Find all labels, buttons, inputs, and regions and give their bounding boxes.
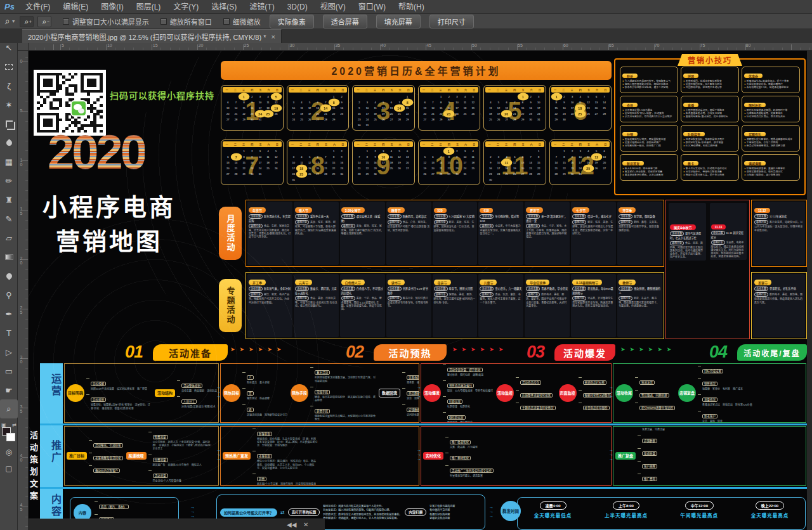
- hand-tool[interactable]: ☛: [0, 380, 18, 399]
- weekday-label: 六: [596, 88, 598, 92]
- weekday-label: 日: [473, 88, 475, 92]
- checkbox-icon[interactable]: [160, 18, 167, 25]
- mindmap-branch: 活动全面放量、提升转化整点秒杀 限时包邮 满赠/满减: [443, 363, 493, 377]
- magic-wand-tool[interactable]: ✶: [0, 95, 18, 114]
- option-checkbox-0[interactable]: 调整窗口大小以满屏显示: [63, 16, 149, 27]
- swap-colors-icon[interactable]: ⇄: [12, 422, 16, 428]
- branch-body: 热销商品打标签: [583, 375, 607, 386]
- menu-item-F[interactable]: 文件(F): [19, 0, 56, 14]
- option-checkbox-1[interactable]: 缩放所有窗口: [160, 16, 212, 27]
- close-tab-icon[interactable]: ×: [271, 33, 275, 41]
- path-selection-tool[interactable]: ▷: [0, 342, 18, 361]
- crop-tool[interactable]: [0, 114, 18, 133]
- rectangular-marquee-tool[interactable]: [0, 57, 18, 76]
- event-name: 读书节: [388, 280, 405, 285]
- vertical-ruler[interactable]: 051015202530354045: [18, 51, 29, 530]
- branch-body: 微信群运营晒单裂变 微信群转化: [447, 410, 473, 423]
- type-tool[interactable]: T: [0, 323, 18, 342]
- industry-tag: 适用行业: [249, 224, 263, 228]
- empty-day: [421, 148, 429, 154]
- branch-label: 常规手段: [315, 390, 330, 394]
- option-checkbox-2[interactable]: 细微缩放: [223, 16, 261, 27]
- empty-day: [553, 148, 561, 154]
- calendar-day: 25: [461, 111, 469, 117]
- quick-mask-button[interactable]: ◎: [0, 444, 18, 460]
- document-canvas[interactable]: 扫码可以获得小程序扶持 2020 小程序电商 营销地图 2020营销日历&全年营…: [29, 51, 807, 530]
- weekday-label: 日: [473, 143, 475, 146]
- calendar-day: 17: [495, 165, 503, 171]
- rectangle-tool[interactable]: ▭: [0, 361, 18, 380]
- title-style-line: 列举数字式：数字往往让人视觉更有冲击性，并且带给切实益处事实。: [323, 513, 402, 516]
- calendar-day: 4: [576, 94, 584, 100]
- branch-lines: 整点秒杀 限时包邮 满赠/满减: [447, 373, 483, 377]
- event-name: 白色情人节: [341, 280, 365, 285]
- industry-tag: 适用行业: [526, 292, 540, 297]
- title-style-line: 巨大反差式：融入对比性强烈的事物，引起用户的猎奇心理。: [323, 508, 402, 512]
- menu-item-I[interactable]: 图像(I): [95, 0, 129, 14]
- calendar-day: 15: [437, 105, 445, 111]
- mindmap-branch: 其他朋友圈/个人号文案 视频号矩阵 抖音等短视频渠道: [252, 471, 318, 486]
- menu-item-L[interactable]: 图层(L): [130, 0, 167, 14]
- branch-lines: 粉丝激活 蓄水承接: [247, 381, 270, 384]
- history-brush-tool[interactable]: ✎: [0, 209, 18, 228]
- brush-tool[interactable]: ✏: [0, 171, 18, 190]
- screen-mode-button[interactable]: ▢: [0, 460, 18, 477]
- menu-item-T[interactable]: 滤镜(T): [243, 0, 280, 14]
- menu-item-Y[interactable]: 文字(Y): [167, 0, 205, 14]
- calendar-month-card: 一二三四五六日412345678910111213141516171819202…: [418, 85, 481, 131]
- checkbox-icon[interactable]: [63, 18, 69, 25]
- dodge-tool[interactable]: ⚲: [0, 285, 18, 304]
- tool-preset-caret-icon[interactable]: ▼: [11, 19, 16, 23]
- background-color-swatch[interactable]: [6, 433, 15, 441]
- mindmap-branch: 推广渠道优化文案、商品图、行为路径: [445, 434, 494, 449]
- zoom-tool-icon[interactable]: ⌕: [5, 16, 10, 27]
- event-industry: 适用行业餐饮、家居、电子产品等，唤醒老用户可送开工红包，为全年运营打下良好基础。: [249, 292, 291, 304]
- menu-item-H[interactable]: 帮助(H): [392, 0, 431, 14]
- zoom-out-button[interactable]: ⌕−: [37, 16, 51, 27]
- menu-item-S[interactable]: 选择(S): [205, 0, 243, 14]
- option-button-3[interactable]: 打印尺寸: [429, 15, 474, 29]
- calendar-day: 20: [313, 111, 322, 117]
- menu-item-W[interactable]: 窗口(W): [352, 0, 392, 14]
- eraser-tool[interactable]: ▱: [0, 228, 18, 247]
- option-button-0[interactable]: 实际像素: [270, 15, 314, 29]
- panel-collapse-icon[interactable]: ◀◀: [287, 521, 296, 528]
- calendar-day: 1: [443, 147, 454, 155]
- event-theme: 活动主题阳春四月，边逛边买: [388, 214, 430, 219]
- branch-label: 新老客户: [702, 414, 717, 418]
- gradient-tool[interactable]: [0, 247, 18, 266]
- pen-tool[interactable]: ✒: [0, 304, 18, 323]
- eyedropper-tool[interactable]: [0, 133, 18, 152]
- option-button-1[interactable]: 适合屏幕: [323, 15, 367, 29]
- mindmap-branches: 新客获取营销活动：砍价专题、礼品卡裂变活动 拼 团：利用任务宝裂变涨粉 砍 价：…: [252, 426, 318, 486]
- empty-day: [487, 148, 495, 154]
- calendar-day: 17: [461, 160, 469, 165]
- calendar-day: 26: [421, 171, 429, 177]
- panel-close-icon[interactable]: ✕: [303, 521, 308, 528]
- empty-day: [306, 94, 314, 100]
- option-button-2[interactable]: 填充屏幕: [376, 15, 421, 29]
- tip-line: 分销素材统一输出，降低推广门槛: [622, 145, 676, 148]
- ruler-left-label: 35: [18, 404, 23, 413]
- blur-tool[interactable]: [0, 266, 18, 285]
- zoom-tool[interactable]: ⌕: [0, 399, 18, 418]
- horizontal-ruler[interactable]: 5101520253035404550556065707580: [29, 43, 812, 51]
- menu-item-V[interactable]: 视图(V): [314, 0, 352, 14]
- calendar-day: 25: [371, 117, 379, 122]
- branch-body: 目标拆解回顾2019年活动效果 设定同比增长率 推广预算: [91, 376, 147, 391]
- lasso-tool[interactable]: ζ: [0, 76, 18, 95]
- menu-item-E[interactable]: 编辑(E): [56, 0, 95, 14]
- event-card: 3.08女神节活动主题遇见女神之美（宠爱她）适用行业美妆、服饰、珠宝、家居等，加…: [340, 202, 385, 265]
- branch-lines: 短信 公众号模板消息 导购号私信催付: [447, 389, 493, 392]
- clone-stamp-tool[interactable]: ♜: [0, 190, 18, 209]
- event-name: 夏凉节: [526, 207, 543, 213]
- document-tab[interactable]: 2020小程序电商营销地图.jpg @ 12.5% (扫码可以获得小程序扶持, …: [22, 29, 282, 43]
- zoom-in-button[interactable]: ⌕+: [20, 16, 34, 27]
- menu-item-3DD[interactable]: 3D(D): [281, 0, 314, 14]
- healing-brush-tool[interactable]: ▦: [0, 152, 18, 171]
- event-industry: 适用行业美妆、个护、食品、零食糖果等，围绕“3.14 甜蜜回礼”主题，设置多款甜…: [341, 296, 384, 311]
- weekday-label: 三: [308, 143, 311, 146]
- mindmap-branches: 人粉丝激活 蓄水承接货爆款测试 热品调整场店铺活动页面 按场景特征设计引力: [242, 370, 287, 417]
- checkbox-icon[interactable]: [223, 18, 230, 25]
- weekday-label: 二: [365, 143, 368, 146]
